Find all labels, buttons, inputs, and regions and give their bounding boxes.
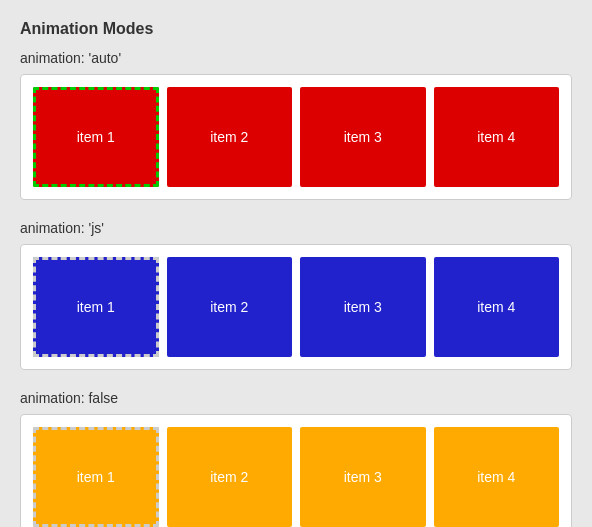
item-js-2[interactable]: item 2 [167, 257, 293, 357]
items-row-false: item 1item 2item 3item 4 [33, 427, 559, 527]
carousel-false: item 1item 2item 3item 4 [20, 414, 572, 527]
item-js-4[interactable]: item 4 [434, 257, 560, 357]
carousel-js: item 1item 2item 3item 4 [20, 244, 572, 370]
section-label-js: animation: 'js' [20, 220, 572, 236]
item-auto-3[interactable]: item 3 [300, 87, 426, 187]
section-false: animation: falseitem 1item 2item 3item 4 [20, 390, 572, 527]
item-auto-2[interactable]: item 2 [167, 87, 293, 187]
item-js-1[interactable]: item 1 [33, 257, 159, 357]
item-false-2[interactable]: item 2 [167, 427, 293, 527]
item-false-3[interactable]: item 3 [300, 427, 426, 527]
item-auto-4[interactable]: item 4 [434, 87, 560, 187]
items-row-auto: item 1item 2item 3item 4 [33, 87, 559, 187]
item-false-4[interactable]: item 4 [434, 427, 560, 527]
carousel-auto: item 1item 2item 3item 4 [20, 74, 572, 200]
item-false-1[interactable]: item 1 [33, 427, 159, 527]
section-label-auto: animation: 'auto' [20, 50, 572, 66]
item-auto-1[interactable]: item 1 [33, 87, 159, 187]
section-js: animation: 'js'item 1item 2item 3item 4 [20, 220, 572, 370]
items-row-js: item 1item 2item 3item 4 [33, 257, 559, 357]
section-label-false: animation: false [20, 390, 572, 406]
item-js-3[interactable]: item 3 [300, 257, 426, 357]
page-title: Animation Modes [20, 20, 572, 38]
section-auto: animation: 'auto'item 1item 2item 3item … [20, 50, 572, 200]
